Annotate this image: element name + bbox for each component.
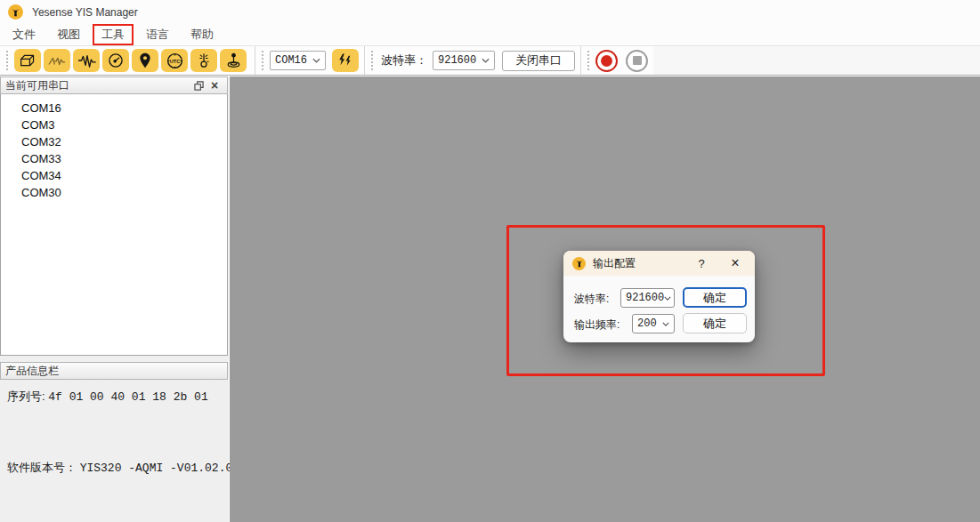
port-list: COM16 COM3 COM32 COM33 COM34 COM30 bbox=[0, 94, 228, 356]
dialog-freq-ok-button[interactable]: 确定 bbox=[683, 313, 747, 333]
product-info-header: 产品信息栏 bbox=[0, 362, 228, 380]
dialog-baud-ok-button[interactable]: 确定 bbox=[683, 287, 747, 308]
available-ports-title: 当前可用串口 bbox=[5, 78, 69, 93]
chevron-down-icon bbox=[312, 58, 320, 63]
svg-text:UTC: UTC bbox=[169, 58, 180, 63]
cube-3d-icon bbox=[19, 52, 36, 68]
menu-file[interactable]: 文件 bbox=[4, 24, 45, 45]
record-icon bbox=[601, 55, 612, 67]
raw-wave-button[interactable] bbox=[73, 49, 100, 72]
dialog-baud-value: 921600 bbox=[626, 292, 664, 304]
software-version-line: 软件版本号： YIS320 -AQMI -V01.02.03; bbox=[7, 460, 247, 476]
baud-rate-select[interactable]: 921600 bbox=[433, 51, 495, 70]
pressure-button[interactable] bbox=[220, 49, 247, 72]
location-button[interactable] bbox=[132, 49, 158, 72]
dialog-freq-select[interactable]: 200 bbox=[632, 314, 675, 333]
window-title: Yesense YIS Manager bbox=[32, 6, 138, 19]
chevron-down-icon bbox=[662, 322, 669, 326]
dialog-freq-value: 200 bbox=[637, 317, 657, 330]
close-serial-port-button[interactable]: 关闭串口 bbox=[502, 51, 575, 71]
toolbar-group-views: UTC bbox=[0, 46, 255, 75]
scan-bolts-icon bbox=[337, 52, 353, 68]
baud-rate-label: 波特率： bbox=[381, 52, 427, 68]
serial-number-value: 4f 01 00 40 01 18 2b 01 bbox=[48, 390, 207, 404]
raw-wave-icon bbox=[77, 52, 96, 68]
stop-icon bbox=[633, 56, 642, 65]
port-select[interactable]: COM16 bbox=[270, 51, 326, 70]
location-icon bbox=[137, 52, 153, 69]
gauge-button[interactable] bbox=[102, 49, 129, 72]
attitude-wave-button[interactable] bbox=[44, 49, 70, 72]
app-logo-icon bbox=[8, 4, 23, 20]
toolbar-group-port: COM16 bbox=[255, 46, 364, 75]
serial-number-label: 序列号: bbox=[7, 389, 45, 403]
port-list-item[interactable]: COM16 bbox=[1, 100, 227, 116]
port-list-item[interactable]: COM3 bbox=[1, 116, 227, 133]
dialog-baud-select[interactable]: 921600 bbox=[620, 288, 675, 308]
output-config-dialog: 输出配置 ? × 波特率: 921600 确定 输出频率: 200 确定 bbox=[563, 251, 755, 342]
toolbar-group-record bbox=[581, 46, 653, 75]
dialog-baud-label: 波特率: bbox=[574, 292, 609, 307]
close-icon: × bbox=[211, 79, 218, 92]
port-list-item[interactable]: COM32 bbox=[1, 133, 227, 150]
record-button[interactable] bbox=[595, 50, 618, 72]
cube-3d-button[interactable] bbox=[14, 49, 41, 72]
dialog-logo-icon bbox=[572, 257, 586, 270]
available-ports-header: 当前可用串口 × bbox=[0, 76, 228, 94]
toolbar-drag-handle[interactable] bbox=[587, 50, 591, 71]
software-version-value: YIS320 -AQMI -V01.02.03; bbox=[80, 462, 247, 475]
titlebar: Yesense YIS Manager bbox=[0, 0, 980, 24]
close-panel-button[interactable]: × bbox=[207, 78, 223, 92]
menu-help[interactable]: 帮助 bbox=[182, 24, 223, 45]
menu-language[interactable]: 语言 bbox=[137, 24, 178, 45]
toolbar: UTC bbox=[0, 46, 980, 76]
software-version-label: 软件版本号： bbox=[7, 461, 77, 474]
toolbar-drag-handle[interactable] bbox=[5, 50, 10, 71]
toolbar-drag-handle[interactable] bbox=[261, 50, 265, 71]
port-list-item[interactable]: COM34 bbox=[1, 167, 227, 184]
pressure-icon bbox=[224, 52, 243, 69]
serial-number-line: 序列号: 4f 01 00 40 01 18 2b 01 bbox=[7, 389, 208, 405]
dialog-title: 输出配置 bbox=[593, 256, 636, 271]
toolbar-drag-handle[interactable] bbox=[370, 50, 375, 71]
serial-port-dock-panel: 当前可用串口 × COM16 COM3 COM32 COM33 COM34 CO… bbox=[0, 76, 229, 522]
port-select-value: COM16 bbox=[275, 54, 307, 67]
menubar: 文件 视图 工具 语言 帮助 bbox=[0, 24, 980, 46]
chevron-down-icon bbox=[664, 296, 671, 301]
dialog-help-button[interactable]: ? bbox=[691, 251, 712, 276]
product-info-title: 产品信息栏 bbox=[5, 364, 59, 379]
float-panel-button[interactable] bbox=[190, 78, 207, 92]
thermometer-button[interactable] bbox=[190, 49, 217, 72]
dialog-close-button[interactable]: × bbox=[723, 251, 748, 276]
menu-view[interactable]: 视图 bbox=[48, 24, 89, 45]
baud-rate-value: 921600 bbox=[438, 54, 476, 67]
utc-clock-icon: UTC bbox=[166, 52, 184, 70]
gauge-icon bbox=[107, 52, 125, 69]
toolbar-group-baud: 波特率： 921600 关闭串口 bbox=[365, 46, 580, 75]
stop-button[interactable] bbox=[626, 50, 648, 72]
thermometer-icon bbox=[195, 52, 213, 69]
menu-tools[interactable]: 工具 bbox=[93, 24, 134, 45]
refresh-ports-button[interactable] bbox=[332, 49, 359, 72]
dialog-freq-label: 输出频率: bbox=[574, 317, 620, 333]
chevron-down-icon bbox=[482, 58, 490, 63]
port-list-item[interactable]: COM33 bbox=[1, 150, 227, 167]
utc-clock-button[interactable]: UTC bbox=[161, 49, 188, 72]
attitude-wave-icon bbox=[47, 52, 67, 68]
port-list-item[interactable]: COM30 bbox=[1, 184, 227, 201]
